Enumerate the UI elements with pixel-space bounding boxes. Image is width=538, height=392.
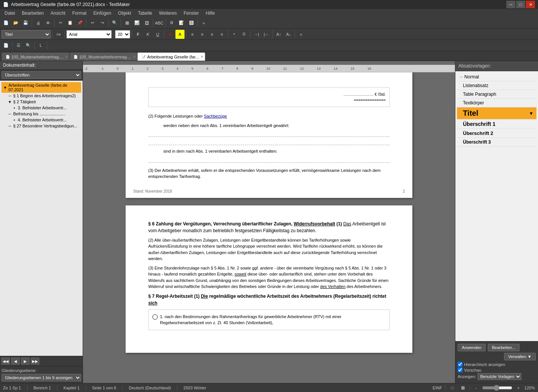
spellcheck-btn[interactable]: ABC xyxy=(155,18,164,28)
font-size-dec-btn[interactable]: A↓ xyxy=(284,30,293,39)
preview-btn[interactable]: 👁 xyxy=(43,18,52,28)
menu-ansicht[interactable]: Ansicht xyxy=(48,10,68,17)
cut-btn[interactable]: ✂ xyxy=(56,18,65,28)
document-area[interactable]: -2 -1 0 1 2 3 4 5 6 7 8 9 10 11 12 13 14… xyxy=(83,61,455,383)
indent-decrease-btn[interactable]: |← xyxy=(262,30,271,39)
nav-first-btn[interactable]: ◀◀ xyxy=(2,358,10,364)
view-double-btn[interactable]: ▦ xyxy=(459,384,467,392)
view-mode-btn[interactable]: L xyxy=(36,41,45,50)
tab-2-close[interactable]: ✕ xyxy=(133,55,136,59)
bold-button[interactable]: F xyxy=(134,30,143,39)
align-right-btn[interactable]: ≡ xyxy=(208,30,217,39)
more-fmt-btn[interactable]: » xyxy=(297,30,306,39)
style-ueberschrift2[interactable]: Überschrift 2 xyxy=(457,129,536,138)
tree-item-s2[interactable]: ▼ § 2 Tätigkeit xyxy=(2,99,81,105)
font-color-btn[interactable]: A xyxy=(166,30,175,39)
hierarchisch-checkbox[interactable] xyxy=(458,362,463,367)
close-button[interactable]: ✕ xyxy=(526,1,535,8)
tree-item-s27[interactable]: ─ § 27 Besondere Vertragsbedigun... xyxy=(2,123,81,129)
zoom-slider[interactable] xyxy=(482,385,512,391)
tab-2[interactable]: 📄 100_Musterarbeitsvertrag-... ✕ xyxy=(69,52,137,61)
highlight-btn[interactable]: A xyxy=(175,30,184,39)
anzeigen-select[interactable]: Benutzte Vorlagen xyxy=(478,373,521,380)
indent-increase-btn[interactable]: →| xyxy=(252,30,261,39)
vorschau-checkbox[interactable] xyxy=(458,368,463,372)
section6-heading: § 6 Zahlung der Vergütungen, Verrechnung… xyxy=(148,220,390,234)
print-btn[interactable]: 🖨 xyxy=(34,18,43,28)
tab-3[interactable]: 📝 Arbeitsvertrag Geselle (far... ✕ xyxy=(137,52,205,61)
tab-3-close[interactable]: ✕ xyxy=(200,55,203,59)
align-left-btn[interactable]: ≡ xyxy=(188,30,197,39)
gliederungsebene-select[interactable]: Gliederungsebenen 1 bis 9 anzeigen xyxy=(2,374,81,381)
extra-btn1[interactable]: ⚙ xyxy=(167,18,176,28)
menu-weiteres[interactable]: Weiteres xyxy=(156,10,180,17)
align-center-btn[interactable]: ≡ xyxy=(198,30,207,39)
extra-btn3[interactable]: 🅰 xyxy=(187,18,196,28)
font-family-select[interactable]: Arial Times New Roman xyxy=(66,30,112,38)
open-btn[interactable]: 📂 xyxy=(11,18,20,28)
tree-root[interactable]: ▼ Arbeitsvertrag Geselle (farbe.de 07.20… xyxy=(2,82,81,93)
save-btn[interactable]: 💾 xyxy=(21,18,30,28)
doc-icon-btn[interactable]: 📄 xyxy=(2,41,11,50)
insert-chart-btn[interactable]: 📊 xyxy=(132,18,141,28)
menu-hilfe[interactable]: Hilfe xyxy=(203,10,218,17)
verwalten-button[interactable]: Verwalten ▼ xyxy=(504,353,536,360)
paragraph-style-select[interactable]: Titel Normal Überschrift 1 xyxy=(2,30,51,38)
bearbeiten-button[interactable]: Bearbeiten... xyxy=(488,344,520,351)
style-titel[interactable]: Titel ▼ xyxy=(457,107,536,119)
menu-einfuegen[interactable]: Einfügen xyxy=(90,10,114,17)
titel-dropdown-icon[interactable]: ▼ xyxy=(529,111,533,116)
insert-table-btn[interactable]: ▦ xyxy=(123,18,132,28)
new-btn[interactable]: 📄 xyxy=(2,18,11,28)
menu-bearbeiten[interactable]: Bearbeiten xyxy=(19,10,47,17)
style-normal-label: Normal xyxy=(464,74,479,80)
view-single-btn[interactable]: □ xyxy=(449,384,456,392)
menu-tabelle[interactable]: Tabelle xyxy=(135,10,155,17)
style-ueberschrift1[interactable]: Überschrift 1 xyxy=(457,119,536,129)
nav-next-btn[interactable]: ▶ xyxy=(21,358,29,364)
extra-btn2[interactable]: 📝 xyxy=(177,18,186,28)
more-btn[interactable]: » xyxy=(199,18,208,28)
tree-item-befrist[interactable]: ─ Befristung bis ...................... xyxy=(2,111,81,117)
style-normal[interactable]: ─ Normal xyxy=(457,73,536,81)
list-numbers-btn[interactable]: ① xyxy=(240,30,249,39)
style-listenabsatz[interactable]: Listenabsatz xyxy=(457,81,536,90)
minimize-button[interactable]: ─ xyxy=(506,1,515,8)
tab-3-label: Arbeitsvertrag Geselle (far... xyxy=(147,55,199,59)
style-ueberschrift3[interactable]: Überschrift 3 xyxy=(457,138,536,147)
redo-btn[interactable]: ↪ xyxy=(98,18,107,28)
style-icon-btn[interactable]: Aa xyxy=(54,30,63,39)
align-justify-btn[interactable]: ≡ xyxy=(217,30,226,39)
style-table-paragraph[interactable]: Table Paragraph xyxy=(457,90,536,99)
tab-1[interactable]: 📄 100_Musterarbeitsvertrag-... ✕ xyxy=(2,52,69,61)
nav-last-btn[interactable]: ▶▶ xyxy=(31,358,39,364)
copy-btn[interactable]: 📋 xyxy=(66,18,75,28)
sidebar-filter-select[interactable]: Überschriften xyxy=(2,71,81,79)
underline-button[interactable]: U xyxy=(153,30,162,39)
paste-btn[interactable]: 📌 xyxy=(75,18,85,28)
list-bullets-btn[interactable]: ⁍ xyxy=(230,30,239,39)
anwenden-button[interactable]: Anwenden xyxy=(458,344,486,351)
insert-image-btn[interactable]: 🖼 xyxy=(142,18,151,28)
italic-button[interactable]: K xyxy=(143,30,152,39)
style-textkoerper[interactable]: Textkörper xyxy=(457,99,536,107)
view-btn2[interactable]: 🔍 xyxy=(24,41,33,50)
find-btn[interactable]: 🔍 xyxy=(110,18,119,28)
tree-item-s2-1[interactable]: • 3. Befristeter Arbeitsvertr... xyxy=(2,105,81,111)
menu-datei[interactable]: Datei xyxy=(2,10,18,17)
maximize-button[interactable]: □ xyxy=(516,1,525,8)
font-size-inc-btn[interactable]: A↑ xyxy=(274,30,283,39)
font-size-select[interactable]: 20 12 14 16 xyxy=(115,30,130,38)
zoom-in-btn[interactable]: + xyxy=(515,385,521,391)
tree-item-s1[interactable]: ─ § 1 Beginn des Arbeitsvertrages2) xyxy=(2,93,81,99)
tab-1-close[interactable]: ✕ xyxy=(65,55,68,59)
zoom-out-btn[interactable]: - xyxy=(473,385,479,391)
tree-item-s4[interactable]: • 4. Befristeter Arbeitsvertr... xyxy=(2,117,81,123)
menu-fenster[interactable]: Fenster xyxy=(181,10,202,17)
menu-format[interactable]: Format xyxy=(69,10,89,17)
style-ueberschrift3-label: Überschrift 3 xyxy=(463,139,491,145)
nav-prev-btn[interactable]: ◀ xyxy=(11,358,20,364)
menu-objekt[interactable]: Objekt xyxy=(115,10,134,17)
undo-btn[interactable]: ↩ xyxy=(88,18,97,28)
view-btn1[interactable]: ☰ xyxy=(14,41,23,50)
